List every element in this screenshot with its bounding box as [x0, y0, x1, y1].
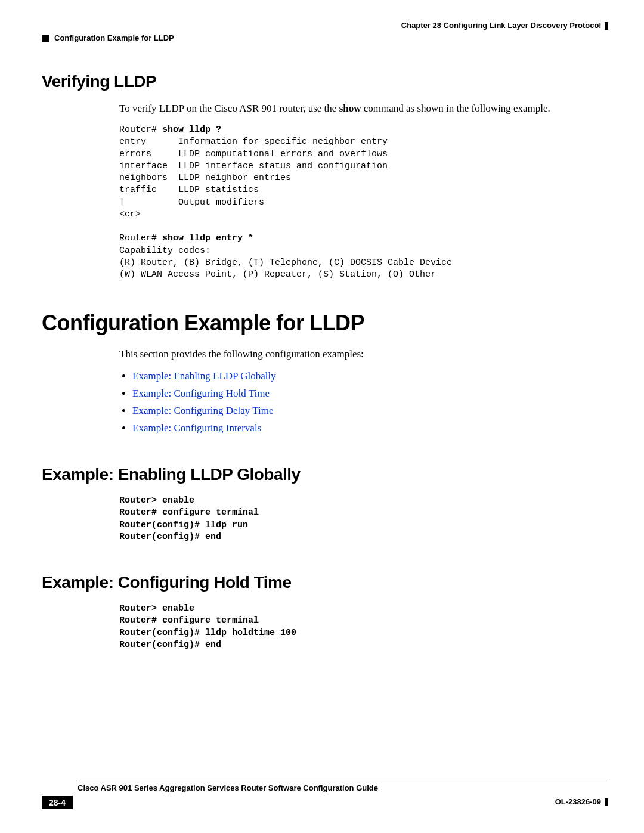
header-bar-icon	[605, 22, 608, 30]
code-line: neighbors LLDP neighbor entries	[119, 173, 291, 183]
heading-config-example: Configuration Example for LLDP	[42, 311, 608, 336]
list-item: Example: Configuring Delay Time	[132, 404, 608, 418]
list-item: Example: Configuring Hold Time	[132, 387, 608, 401]
running-header: Chapter 28 Configuring Link Layer Discov…	[42, 21, 608, 42]
code-cmd: show lldp entry *	[162, 233, 253, 243]
footer-row: 28-4 OL-23826-09	[42, 796, 608, 809]
page: Chapter 28 Configuring Link Layer Discov…	[0, 0, 644, 833]
code-line: Router(config)# lldp holdtime 100	[119, 628, 296, 638]
code-line: <cr>	[119, 209, 141, 219]
intro-part-c: command as shown in the following exampl…	[361, 103, 550, 114]
code-line: Router#	[119, 125, 162, 135]
heading-configuring-hold-time: Example: Configuring Hold Time	[42, 573, 608, 592]
heading-verifying-lldp: Verifying LLDP	[42, 72, 608, 91]
header-left: Configuration Example for LLDP	[42, 33, 608, 42]
link-configuring-intervals[interactable]: Example: Configuring Intervals	[132, 422, 261, 433]
code-line: Router(config)# lldp run	[119, 520, 248, 530]
enabling-code-block: Router> enable Router# configure termina…	[119, 495, 608, 543]
code-line: (W) WLAN Access Point, (P) Repeater, (S)…	[119, 270, 436, 280]
page-number-badge: 28-4	[42, 796, 73, 809]
page-footer: Cisco ASR 901 Series Aggregation Service…	[42, 781, 608, 809]
config-intro: This section provides the following conf…	[119, 348, 608, 435]
footer-docid: OL-23826-09	[555, 797, 608, 806]
link-enabling-lldp-globally[interactable]: Example: Enabling LLDP Globally	[132, 370, 276, 382]
verifying-code-block: Router# show lldp ? entry Information fo…	[119, 124, 608, 281]
docid-text: OL-23826-09	[555, 797, 601, 806]
holdtime-code-block: Router> enable Router# configure termina…	[119, 603, 608, 651]
verifying-intro: To verify LLDP on the Cisco ASR 901 rout…	[119, 102, 608, 116]
code-line: entry Information for specific neighbor …	[119, 137, 388, 147]
code-line: Router(config)# end	[119, 640, 221, 650]
intro-show-cmd: show	[339, 103, 361, 114]
link-configuring-hold-time[interactable]: Example: Configuring Hold Time	[132, 388, 270, 399]
code-line: Router# configure terminal	[119, 507, 259, 518]
code-line: errors LLDP computational errors and ove…	[119, 149, 388, 159]
code-line: Router(config)# end	[119, 532, 221, 542]
code-line: | Output modifiers	[119, 197, 264, 208]
code-line: Router#	[119, 233, 162, 243]
code-cmd: show lldp ?	[162, 125, 221, 135]
header-section-label: Configuration Example for LLDP	[54, 33, 174, 42]
code-line: Router# configure terminal	[119, 615, 259, 625]
example-links-list: Example: Enabling LLDP Globally Example:…	[119, 370, 608, 435]
code-line: Router> enable	[119, 496, 194, 506]
link-configuring-delay-time[interactable]: Example: Configuring Delay Time	[132, 405, 274, 416]
code-line: Router> enable	[119, 603, 194, 614]
chapter-label: Chapter 28 Configuring Link Layer Discov…	[401, 21, 601, 30]
footer-rule	[78, 781, 608, 781]
heading-enabling-globally: Example: Enabling LLDP Globally	[42, 465, 608, 484]
code-line: (R) Router, (B) Bridge, (T) Telephone, (…	[119, 258, 452, 268]
code-line: Capability codes:	[119, 246, 210, 256]
footer-bar-icon	[605, 798, 608, 806]
code-line: traffic LLDP statistics	[119, 185, 259, 195]
code-line: interface LLDP interface status and conf…	[119, 161, 388, 171]
footer-guide-title: Cisco ASR 901 Series Aggregation Service…	[78, 784, 608, 792]
header-right: Chapter 28 Configuring Link Layer Discov…	[42, 21, 608, 30]
list-item: Example: Configuring Intervals	[132, 422, 608, 435]
config-intro-text: This section provides the following conf…	[119, 348, 608, 361]
list-item: Example: Enabling LLDP Globally	[132, 370, 608, 383]
header-square-icon	[42, 35, 49, 42]
intro-part-a: To verify LLDP on the Cisco ASR 901 rout…	[119, 103, 339, 114]
